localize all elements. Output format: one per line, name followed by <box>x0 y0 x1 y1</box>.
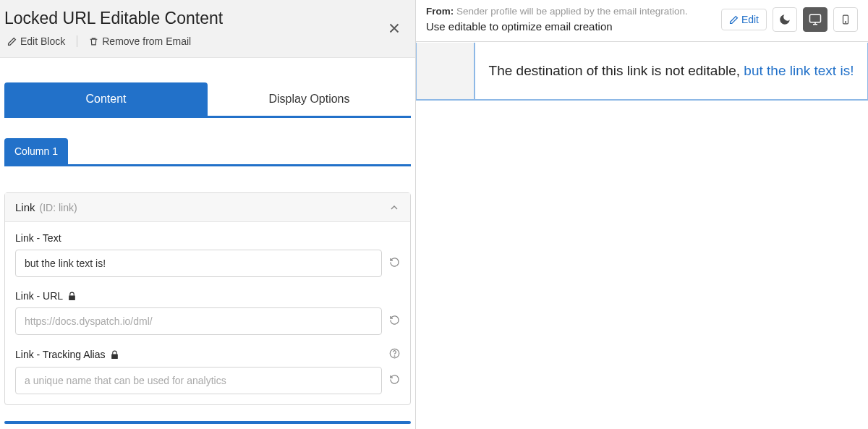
reset-icon[interactable] <box>389 257 400 270</box>
link-alias-input <box>15 367 382 394</box>
link-alias-label: Link - Tracking Alias <box>15 349 106 360</box>
reset-icon[interactable] <box>389 315 400 328</box>
svg-point-4 <box>845 22 846 22</box>
reset-icon[interactable] <box>389 374 400 387</box>
svg-point-1 <box>394 356 395 357</box>
remove-from-email-button[interactable]: Remove from Email <box>86 34 194 48</box>
subtab-column-1[interactable]: Column 1 <box>4 138 68 164</box>
help-icon[interactable] <box>389 348 400 361</box>
column-tabs: Column 1 <box>4 138 411 166</box>
pencil-icon <box>7 37 17 46</box>
edit-block-label: Edit Block <box>20 35 65 47</box>
preview-header: From: Sender profile will be applied by … <box>416 0 868 42</box>
tab-display-options[interactable]: Display Options <box>208 82 411 118</box>
section-id: (ID: link) <box>40 202 77 213</box>
link-text-label: Link - Text <box>15 232 400 244</box>
mobile-view-button[interactable] <box>833 7 858 32</box>
email-gutter <box>416 43 475 99</box>
desktop-icon <box>809 13 822 26</box>
section-title: Link <box>15 201 35 213</box>
chevron-up-icon <box>388 202 400 213</box>
close-button[interactable] <box>386 20 402 38</box>
edit-block-button[interactable]: Edit Block <box>4 34 68 48</box>
mobile-icon <box>841 13 851 26</box>
preview-body-text: The destination of this link is not edit… <box>489 63 744 78</box>
from-label: From: <box>426 6 454 17</box>
close-icon <box>386 20 402 36</box>
section-header[interactable]: Link (ID: link) <box>5 193 410 222</box>
link-section: Link (ID: link) Link - Text <box>4 192 411 405</box>
link-url-input <box>15 307 382 335</box>
tab-content[interactable]: Content <box>4 82 208 118</box>
moon-icon <box>778 13 791 26</box>
remove-label: Remove from Email <box>102 35 191 47</box>
bottom-accent-bar <box>4 421 411 424</box>
desktop-view-button[interactable] <box>803 7 827 32</box>
from-description: Sender profile will be applied by the em… <box>456 6 688 17</box>
link-text-input[interactable] <box>15 250 382 277</box>
edit-preview-button[interactable]: Edit <box>721 9 767 30</box>
dark-mode-toggle[interactable] <box>773 7 797 32</box>
pencil-icon <box>729 15 739 25</box>
subject-line: Use editable to optimize email creation <box>426 19 688 35</box>
link-url-label: Link - URL <box>15 290 63 302</box>
edit-label: Edit <box>741 14 759 25</box>
lock-icon <box>110 350 119 360</box>
preview-body-link[interactable]: but the link text is! <box>744 63 854 78</box>
lock-icon <box>67 292 77 301</box>
email-content-block[interactable]: The destination of this link is not edit… <box>475 43 868 99</box>
trash-icon <box>89 37 98 46</box>
main-tabs: Content Display Options <box>4 82 411 118</box>
svg-rect-2 <box>810 15 821 23</box>
block-title: Locked URL Editable Content <box>4 9 402 28</box>
divider <box>77 35 77 47</box>
block-header: Locked URL Editable Content Edit Block R… <box>0 0 415 58</box>
email-preview: The destination of this link is not edit… <box>416 42 868 101</box>
